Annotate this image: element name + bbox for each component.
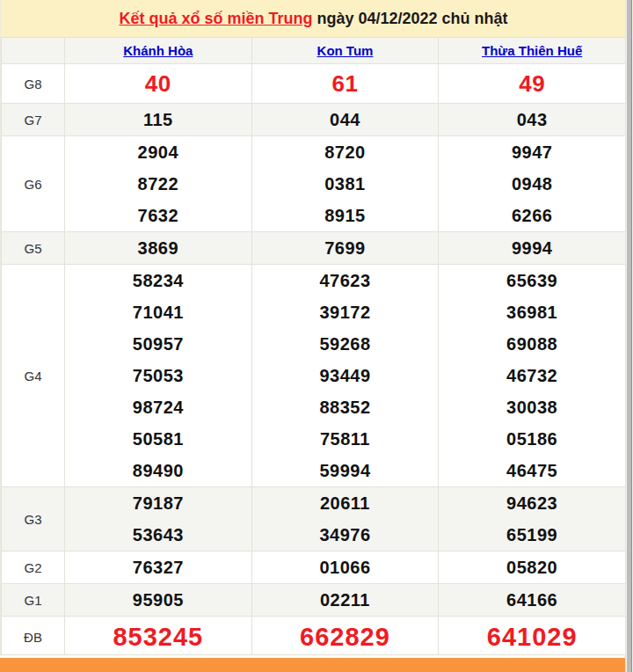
- prize-number: 94623: [439, 487, 625, 519]
- page: Kết quả xổ số miền Trung ngày 04/12/2022…: [0, 0, 633, 672]
- results-table-header-row: Khánh HòaKon TumThừa Thiên Huế: [2, 38, 626, 64]
- prize-number: 75053: [65, 360, 251, 391]
- prize-cell: 64166: [439, 584, 626, 617]
- prize-number: 6266: [439, 200, 625, 231]
- prize-number: 05186: [439, 423, 625, 455]
- prize-number: 47623: [252, 265, 439, 296]
- prize-number: 76327: [65, 551, 251, 583]
- prize-number: 0948: [439, 168, 625, 200]
- prize-number: 2904: [65, 136, 251, 168]
- prize-label: G8: [2, 64, 65, 104]
- table-row: ĐB853245662829641029: [2, 617, 626, 658]
- prize-cell: 61: [251, 64, 439, 104]
- prize-number: 641029: [439, 617, 625, 657]
- prize-label: G6: [2, 136, 65, 232]
- table-row: G8406149: [2, 64, 626, 104]
- prize-number: 39172: [252, 296, 439, 328]
- prize-cell: 47623391725926893449883527581159994: [251, 265, 439, 487]
- prize-number: 46732: [439, 360, 625, 391]
- prize-number: 043: [439, 104, 625, 135]
- prize-label: G2: [2, 551, 65, 584]
- prize-number: 8722: [65, 168, 251, 200]
- prize-number: 50581: [65, 423, 251, 455]
- prize-cell: 872003818915: [251, 136, 439, 232]
- prize-cell: 9462365199: [439, 487, 626, 551]
- column-header-link[interactable]: Thừa Thiên Huế: [482, 43, 582, 58]
- prize-cell: 7918753643: [65, 487, 252, 551]
- prize-cell: 2061134976: [251, 487, 439, 551]
- prize-number: 8915: [252, 200, 439, 231]
- prize-number: 89490: [65, 455, 251, 486]
- title-link[interactable]: Kết quả xổ số miền Trung: [119, 10, 312, 27]
- prize-cell: 40: [65, 64, 252, 104]
- column-header: Khánh Hòa: [65, 38, 252, 64]
- prize-number: 40: [65, 64, 251, 103]
- table-row: G458234710415095775053987245058189490476…: [2, 265, 626, 487]
- prize-number: 50957: [65, 328, 251, 360]
- column-header-link[interactable]: Kon Tum: [317, 43, 374, 58]
- prize-number: 36981: [439, 296, 625, 328]
- prize-number: 79187: [65, 487, 251, 519]
- prize-cell: 05820: [439, 551, 626, 584]
- table-row: G5386976999994: [2, 232, 626, 265]
- table-row: G6290487227632872003818915994709486266: [2, 136, 626, 232]
- prize-number: 95905: [65, 584, 251, 616]
- prize-cell: 853245: [65, 617, 252, 658]
- results-table: Khánh HòaKon TumThừa Thiên Huế G8406149G…: [1, 37, 626, 658]
- prize-number: 65639: [439, 265, 625, 296]
- prize-number: 0381: [252, 168, 439, 200]
- table-row: G1959050221164166: [2, 584, 626, 617]
- prize-number: 8720: [252, 136, 439, 168]
- prize-number: 59268: [252, 328, 439, 360]
- page-title: Kết quả xổ số miền Trung ngày 04/12/2022…: [1, 0, 626, 37]
- prize-cell: 49: [439, 64, 626, 104]
- prize-number: 34976: [252, 519, 439, 551]
- title-date: ngày 04/12/2022 chủ nhật: [312, 10, 507, 27]
- prize-number: 20611: [252, 487, 439, 519]
- prize-number: 05820: [439, 551, 625, 583]
- scrollbar[interactable]: [625, 0, 633, 672]
- table-row: G2763270106605820: [2, 551, 626, 584]
- prize-number: 662829: [252, 617, 439, 657]
- prize-number: 9947: [439, 136, 625, 168]
- prize-cell: 65639369816908846732300380518646475: [439, 265, 626, 487]
- prize-number: 58234: [65, 265, 251, 296]
- prize-cell: 58234710415095775053987245058189490: [65, 265, 252, 487]
- prize-number: 98724: [65, 391, 251, 423]
- prize-cell: 02211: [251, 584, 439, 617]
- prize-number: 9994: [439, 232, 625, 264]
- prize-number: 64166: [439, 584, 625, 616]
- prize-number: 7632: [65, 200, 251, 231]
- results-table-body: G8406149G7115044043G62904872276328720038…: [2, 64, 626, 658]
- scrollbar-thumb[interactable]: [627, 0, 632, 672]
- prize-number: 65199: [439, 519, 625, 551]
- prize-cell: 3869: [65, 232, 252, 265]
- prize-cell: 641029: [439, 617, 626, 658]
- prize-number: 49: [439, 64, 625, 103]
- prize-cell: 7699: [251, 232, 439, 265]
- prize-cell: 662829: [251, 617, 439, 658]
- prize-cell: 115: [65, 104, 252, 136]
- prize-number: 3869: [65, 232, 251, 264]
- table-row: G3791875364320611349769462365199: [2, 487, 626, 551]
- prize-number: 115: [65, 104, 251, 135]
- column-header: Kon Tum: [251, 38, 439, 64]
- prize-number: 61: [252, 64, 439, 103]
- prize-number: 71041: [65, 296, 251, 328]
- prize-number: 853245: [65, 617, 251, 657]
- prize-label: G4: [2, 265, 65, 487]
- prize-number: 53643: [65, 519, 251, 551]
- column-header-link[interactable]: Khánh Hòa: [123, 43, 193, 58]
- prize-number: 30038: [439, 391, 625, 423]
- bottom-orange-bar: [0, 658, 626, 672]
- prize-cell: 95905: [65, 584, 252, 617]
- prize-cell: 76327: [65, 551, 252, 584]
- prize-cell: 01066: [251, 551, 439, 584]
- header-corner-cell: [2, 38, 65, 64]
- prize-number: 75811: [252, 423, 439, 455]
- prize-number: 7699: [252, 232, 439, 264]
- prize-label: G7: [2, 104, 65, 136]
- prize-cell: 043: [439, 104, 626, 136]
- prize-number: 59994: [252, 455, 439, 486]
- prize-number: 93449: [252, 360, 439, 391]
